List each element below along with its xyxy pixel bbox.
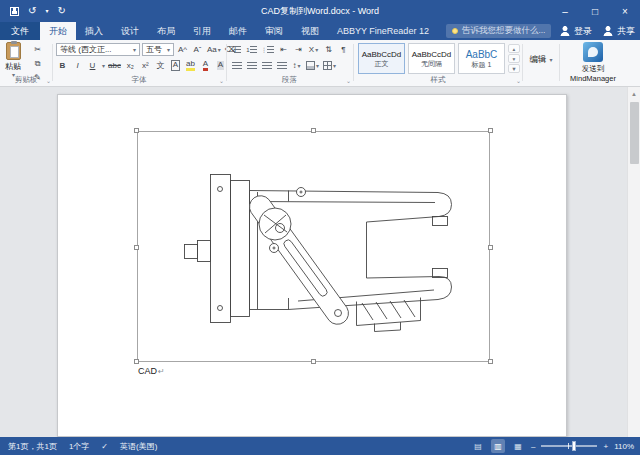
tab-mailings[interactable]: 邮件	[220, 22, 256, 40]
vertical-scrollbar[interactable]: ▲	[627, 87, 640, 437]
close-button[interactable]: ×	[610, 0, 640, 22]
resize-handle-bottom-left[interactable]	[134, 359, 139, 364]
styles-dialog-launcher-icon[interactable]: ⌄	[516, 78, 521, 84]
sign-in-label: 登录	[574, 25, 592, 38]
cad-drawing[interactable]	[138, 132, 491, 363]
language-indicator[interactable]: 英语(美国)	[120, 441, 157, 452]
clipboard-dialog-launcher-icon[interactable]: ⌄	[46, 78, 51, 84]
zoom-slider-thumb[interactable]	[572, 441, 576, 451]
styles-scroll-up-icon[interactable]: ▴	[508, 44, 520, 53]
image-caption[interactable]: CAD ↵	[138, 366, 165, 376]
undo-dropdown-icon[interactable]: ▾	[45, 8, 48, 14]
scrollbar-thumb[interactable]	[630, 102, 639, 164]
font-size-combo[interactable]: 五号 ▾	[142, 43, 174, 56]
zoom-in-button[interactable]: +	[603, 442, 608, 451]
increase-indent-button[interactable]: ⇥	[292, 43, 305, 56]
resize-handle-middle-left[interactable]	[134, 245, 139, 250]
share-button[interactable]: 共享	[603, 25, 635, 38]
font-color-button[interactable]: A	[203, 60, 208, 71]
copy-icon[interactable]: ⧉	[31, 57, 44, 70]
font-group: 等线 (西文正... ▾ 五号 ▾ A^ Aˇ Aa▾ ⌫ B I U ▾ ab…	[53, 40, 225, 86]
borders-button[interactable]: ▾	[322, 59, 337, 72]
character-shading-button[interactable]: A	[217, 61, 224, 70]
redo-icon[interactable]: ↻	[57, 6, 65, 16]
italic-button[interactable]: I	[71, 59, 84, 72]
resize-handle-top-right[interactable]	[488, 128, 493, 133]
bullets-button[interactable]: •	[230, 43, 243, 56]
tell-me-placeholder: 告诉我您想要做什么...	[462, 25, 546, 37]
cut-icon[interactable]: ✂	[31, 43, 44, 56]
tab-view[interactable]: 视图	[292, 22, 328, 40]
font-dialog-launcher-icon[interactable]: ⌄	[219, 78, 224, 84]
title-bar: ↺ ▾ ↻ CAD复制到Word.docx - Word – □ ×	[0, 0, 640, 22]
align-right-button[interactable]	[260, 59, 273, 72]
word-window: ↺ ▾ ↻ CAD复制到Word.docx - Word – □ × 文件 开始…	[0, 0, 640, 455]
bold-button[interactable]: B	[56, 59, 69, 72]
tab-file[interactable]: 文件	[0, 22, 40, 40]
document-page[interactable]: CAD ↵	[57, 94, 567, 437]
resize-handle-bottom-center[interactable]	[311, 359, 316, 364]
superscript-button[interactable]: x²	[139, 59, 152, 72]
sign-in-button[interactable]: 登录	[560, 25, 592, 38]
restore-button[interactable]: □	[580, 0, 610, 22]
subscript-button[interactable]: x₂	[124, 59, 137, 72]
resize-handle-top-left[interactable]	[134, 128, 139, 133]
change-case-button[interactable]: Aa▾	[206, 43, 222, 56]
align-left-button[interactable]	[230, 59, 243, 72]
resize-handle-middle-right[interactable]	[488, 245, 493, 250]
shrink-font-button[interactable]: Aˇ	[191, 43, 204, 56]
phonetic-guide-button[interactable]: 文	[154, 59, 167, 72]
tab-design[interactable]: 设计	[112, 22, 148, 40]
justify-button[interactable]	[275, 59, 288, 72]
resize-handle-bottom-right[interactable]	[488, 359, 493, 364]
zoom-slider[interactable]	[541, 445, 597, 447]
word-count[interactable]: 1个字	[69, 441, 89, 452]
strikethrough-button[interactable]: abc	[107, 59, 122, 72]
print-layout-icon[interactable]: ▥	[491, 439, 505, 453]
text-highlight-button[interactable]: ab	[186, 60, 195, 71]
paste-button[interactable]: 粘贴 ▾	[5, 42, 21, 78]
style-card-normal[interactable]: AaBbCcDd 正文	[358, 43, 405, 74]
sort-button[interactable]: ⇅	[322, 43, 335, 56]
tab-home[interactable]: 开始	[40, 22, 76, 40]
multilevel-list-button[interactable]: ⋮	[260, 43, 275, 56]
styles-scroll-down-icon[interactable]: ▾	[508, 54, 520, 63]
shading-button[interactable]: ▾	[305, 59, 320, 72]
zoom-out-button[interactable]: –	[531, 442, 535, 451]
numbering-button[interactable]: 1	[245, 43, 258, 56]
style-card-no-spacing[interactable]: AaBbCcDd 无间隔	[408, 43, 455, 74]
tell-me-box[interactable]: 告诉我您想要做什么...	[446, 24, 552, 38]
styles-more-icon[interactable]: ▼	[508, 64, 520, 73]
web-layout-icon[interactable]: ▦	[511, 439, 525, 453]
asian-layout-button[interactable]: X▾	[307, 43, 320, 56]
tab-insert[interactable]: 插入	[76, 22, 112, 40]
line-spacing-button[interactable]: ↕▾	[290, 59, 303, 72]
scroll-up-icon[interactable]: ▲	[628, 87, 640, 100]
style-card-heading1[interactable]: AaBbC 标题 1	[458, 43, 505, 74]
underline-dropdown-icon[interactable]: ▾	[102, 63, 105, 69]
tab-abbyy[interactable]: ABBYY FineReader 12	[328, 22, 438, 40]
resize-handle-top-center[interactable]	[311, 128, 316, 133]
image-selection-frame[interactable]	[137, 131, 490, 362]
paragraph-dialog-launcher-icon[interactable]: ⌄	[346, 78, 351, 84]
show-marks-button[interactable]: ¶	[337, 43, 350, 56]
undo-icon[interactable]: ↺	[28, 6, 36, 16]
chevron-down-icon: ▾	[549, 57, 552, 63]
tab-references[interactable]: 引用	[184, 22, 220, 40]
decrease-indent-button[interactable]: ⇤	[277, 43, 290, 56]
character-border-button[interactable]: A	[171, 60, 180, 71]
underline-button[interactable]: U	[86, 59, 99, 72]
spellcheck-icon[interactable]: ✓	[101, 442, 108, 451]
save-icon[interactable]	[10, 7, 19, 16]
grow-font-button[interactable]: A^	[176, 43, 189, 56]
page-indicator[interactable]: 第1页，共1页	[8, 441, 57, 452]
minimize-button[interactable]: –	[550, 0, 580, 22]
align-center-button[interactable]	[245, 59, 258, 72]
send-to-mindmanager-button[interactable]: 发送到 MindManager	[560, 42, 626, 83]
editing-button[interactable]: 编辑 ▾	[523, 54, 559, 66]
zoom-level[interactable]: 110%	[614, 442, 634, 451]
font-name-combo[interactable]: 等线 (西文正... ▾	[56, 43, 140, 56]
tab-review[interactable]: 审阅	[256, 22, 292, 40]
tab-layout[interactable]: 布局	[148, 22, 184, 40]
read-mode-icon[interactable]: ▤	[471, 439, 485, 453]
